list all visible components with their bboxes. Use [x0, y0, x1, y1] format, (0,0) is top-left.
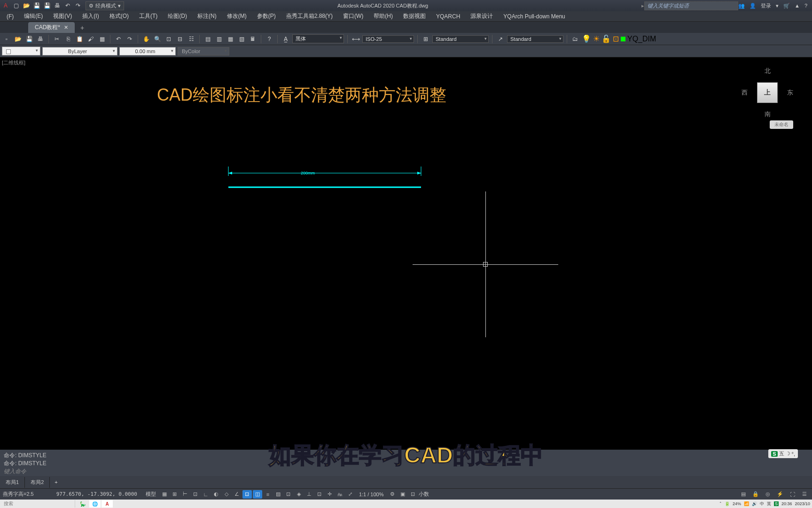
workspace-icon[interactable]: ▣: [398, 490, 407, 499]
viewcube[interactable]: 北 南 西 东 上: [742, 67, 793, 119]
battery-icon[interactable]: 🔋: [725, 501, 730, 506]
print-icon[interactable]: 🖶: [54, 2, 61, 9]
grid-icon[interactable]: ▦: [160, 490, 169, 499]
save-file-icon[interactable]: 💾: [24, 34, 34, 44]
menu-help[interactable]: 帮助(H): [369, 11, 398, 21]
block-icon[interactable]: ▦: [97, 34, 107, 44]
selection-icon[interactable]: ⊡: [315, 490, 324, 499]
infer-icon[interactable]: ⊢: [180, 490, 190, 499]
redo-icon[interactable]: ↷: [74, 2, 82, 9]
close-icon[interactable]: ✕: [64, 24, 68, 31]
annotation-scale[interactable]: 1:1 / 100%: [359, 492, 384, 497]
infocenter-icon[interactable]: 👥: [738, 3, 745, 9]
calculator-icon[interactable]: 🖩: [248, 34, 258, 44]
mleaderstyle-dropdown[interactable]: Standard: [507, 35, 563, 43]
add-layout-button[interactable]: +: [50, 477, 62, 487]
viewcube-wcs-label[interactable]: 未命名: [770, 120, 793, 129]
open-file-icon[interactable]: 📂: [13, 34, 23, 44]
customize-icon[interactable]: ☰: [800, 490, 809, 499]
menu-parametric[interactable]: 参数(P): [252, 11, 281, 21]
ime-zh[interactable]: 中: [760, 501, 764, 507]
tool-icon[interactable]: ▧: [237, 34, 246, 44]
open-icon[interactable]: 📂: [23, 2, 30, 9]
save-icon[interactable]: 💾: [33, 2, 40, 9]
cleanscreen-icon[interactable]: ⛶: [788, 490, 797, 499]
menu-yanxiu[interactable]: 燕秀工具箱2.88(Y): [281, 11, 337, 21]
zoom-prev-icon[interactable]: ⊟: [175, 34, 185, 44]
layout-tab[interactable]: 布局1: [0, 477, 25, 488]
table-style-icon[interactable]: ⊞: [421, 34, 430, 44]
polar-icon[interactable]: ◐: [211, 490, 221, 499]
user-icon[interactable]: 👤: [750, 3, 756, 9]
cycling-icon[interactable]: ⊡: [284, 490, 293, 499]
dyn-icon[interactable]: ⊡: [191, 490, 200, 499]
menu-yuanquan[interactable]: 源泉设计: [466, 11, 498, 21]
redo-icon[interactable]: ↷: [125, 34, 134, 44]
paste-icon[interactable]: 📋: [75, 34, 84, 44]
3dosnap-icon[interactable]: ◈: [294, 490, 304, 499]
ime-en[interactable]: 英: [767, 501, 771, 507]
tablestyle-dropdown[interactable]: Standard: [432, 35, 489, 43]
cart-icon[interactable]: 🛒: [783, 3, 790, 9]
font-dropdown[interactable]: 黑体: [292, 34, 344, 43]
menu-draw[interactable]: 绘图(D): [163, 11, 192, 21]
tray-up-icon[interactable]: ˄: [719, 501, 722, 506]
autocad-taskbar-icon[interactable]: A: [102, 500, 113, 508]
properties-icon[interactable]: ☷: [187, 34, 196, 44]
viewcube-south[interactable]: 南: [765, 110, 771, 119]
lineweight-dropdown[interactable]: 0.00 mm: [119, 47, 176, 56]
osnap-2d-icon[interactable]: ⊡: [242, 490, 252, 499]
menu-file[interactable]: (F): [2, 12, 18, 21]
otrack-icon[interactable]: ∠: [232, 490, 242, 499]
model-button[interactable]: 模型: [146, 491, 156, 498]
wifi-icon[interactable]: 📶: [744, 501, 749, 506]
viewcube-west[interactable]: 西: [742, 88, 748, 97]
print-icon[interactable]: 🖶: [36, 34, 45, 44]
menu-tools[interactable]: 工具(T): [134, 11, 162, 21]
viewcube-north[interactable]: 北: [765, 67, 771, 75]
match-icon[interactable]: 🖌: [86, 34, 95, 44]
iso-icon[interactable]: ◇: [222, 490, 231, 499]
zoom-icon[interactable]: 🔍: [153, 34, 162, 44]
gizmo-icon[interactable]: ✛: [325, 490, 335, 499]
clock-time[interactable]: 20:36: [781, 501, 792, 506]
tool-icon[interactable]: ▥: [214, 34, 224, 44]
monitor-icon[interactable]: ⊡: [408, 490, 418, 499]
menu-window[interactable]: 窗口(W): [338, 11, 368, 21]
plotstyle-dropdown[interactable]: ByColor: [178, 47, 229, 56]
doc-tab[interactable]: CAD教程* ✕: [28, 22, 75, 33]
mleader-style-icon[interactable]: ↗: [496, 34, 505, 44]
new-icon[interactable]: ▢: [12, 2, 20, 9]
copy-icon[interactable]: ⎘: [63, 34, 73, 44]
dynucs-icon[interactable]: ⊥: [304, 490, 314, 499]
color-dropdown[interactable]: [2, 47, 40, 55]
menu-dataview[interactable]: 数据视图: [398, 11, 430, 21]
hardware-icon[interactable]: ⚡: [775, 490, 785, 499]
taskbar-search[interactable]: 搜索: [0, 500, 75, 508]
zoom-window-icon[interactable]: ⊡: [164, 34, 173, 44]
ortho-icon[interactable]: ∟: [201, 490, 211, 499]
units-label[interactable]: 小数: [419, 491, 429, 498]
quickprops-icon[interactable]: ▤: [739, 490, 748, 499]
lw-icon[interactable]: ≡: [263, 490, 273, 499]
cut-icon[interactable]: ✂: [52, 34, 62, 44]
login-link[interactable]: 登录: [761, 2, 771, 9]
menu-yqarch[interactable]: YQARCH: [431, 12, 465, 21]
search-input[interactable]: 键入关键字或短语: [644, 1, 738, 10]
drawing-canvas[interactable]: [二维线框] CAD绘图标注小看不清楚两种方法调整 200mm 北 南 西 东 …: [0, 57, 812, 461]
menu-modify[interactable]: 修改(M): [222, 11, 251, 21]
annotation-icon[interactable]: 🗛: [336, 490, 345, 499]
menu-edit[interactable]: 编辑(E): [19, 11, 47, 21]
visual-style-label[interactable]: [二维线框]: [2, 59, 25, 66]
saveas-icon[interactable]: 💾: [43, 2, 51, 9]
linetype-dropdown[interactable]: ByLayer: [42, 47, 117, 56]
osnap-3d-icon[interactable]: ◫: [253, 490, 262, 499]
new-file-icon[interactable]: ▫: [2, 34, 11, 44]
app-icon[interactable]: 🦕: [77, 500, 88, 508]
volume-icon[interactable]: 🔊: [752, 501, 757, 506]
add-tab-button[interactable]: +: [75, 23, 90, 33]
gear-icon[interactable]: ⚙: [388, 490, 397, 499]
pan-icon[interactable]: ✋: [141, 34, 151, 44]
isolate-icon[interactable]: ◎: [763, 490, 773, 499]
menu-dimension[interactable]: 标注(N): [193, 11, 221, 21]
